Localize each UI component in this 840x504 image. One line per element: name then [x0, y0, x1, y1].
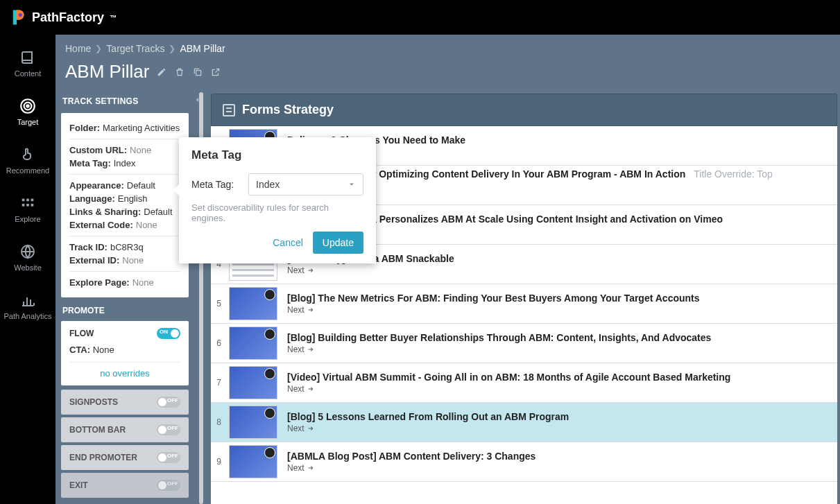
collapse-arrow-icon[interactable] — [193, 95, 203, 105]
svg-point-3 — [26, 105, 28, 107]
popover-help-text: Set discoverability rules for search eng… — [191, 202, 363, 223]
row-number: 5 — [211, 299, 225, 309]
signposts-toggle[interactable]: OFF — [157, 397, 180, 408]
row-next[interactable]: Next — [287, 463, 832, 473]
cta-value: None — [93, 345, 114, 355]
row-next[interactable]: Next — [287, 345, 832, 354]
row-thumbnail — [229, 445, 277, 478]
meta-tag-value[interactable]: Index — [114, 158, 136, 168]
promote-signposts[interactable]: SIGNPOSTS OFF — [61, 390, 189, 415]
promote-flow-card: FLOW ON CTA: None no overrides — [61, 321, 189, 385]
copy-icon[interactable] — [192, 67, 203, 78]
custom-url-label: Custom URL: — [69, 145, 127, 155]
breadcrumb: Home ❯ Target Tracks ❯ ABM Pillar — [55, 35, 840, 58]
external-id-label: External ID: — [69, 255, 119, 266]
svg-rect-11 — [196, 70, 201, 75]
track-row[interactable]: 9[ABMLA Blog Post] ABM Content Delivery:… — [211, 442, 837, 482]
exit-label: EXIT — [69, 480, 88, 490]
bar-chart-icon — [19, 291, 37, 309]
promote-bottom-bar[interactable]: BOTTOM BAR OFF — [61, 417, 189, 442]
row-text: [Video] Virtual ABM Summit - Going All i… — [282, 369, 837, 397]
arrow-right-icon — [307, 306, 314, 313]
popover-field-label: Meta Tag: — [191, 179, 240, 190]
svg-rect-7 — [22, 204, 25, 207]
row-thumbnail — [229, 366, 277, 399]
svg-rect-4 — [22, 199, 25, 202]
nav-recommend[interactable]: Recommend — [0, 136, 55, 184]
external-code-label: External Code: — [69, 220, 133, 230]
folder-label: Folder: — [69, 123, 100, 133]
pointer-icon — [19, 146, 37, 164]
left-nav: Content Target Recommend Explore Website — [0, 35, 55, 504]
external-id-value: None — [122, 255, 144, 266]
page-title: ABM Pillar — [65, 61, 149, 82]
language-label: Language: — [69, 193, 115, 204]
arrow-right-icon — [307, 385, 314, 392]
svg-rect-6 — [31, 199, 34, 202]
svg-rect-8 — [26, 204, 29, 207]
nav-target[interactable]: Target — [0, 87, 55, 136]
row-title: [Blog] The New Metrics For ABM: Finding … — [287, 293, 700, 304]
nav-label: Recommend — [6, 166, 49, 175]
row-thumbnail — [229, 406, 277, 439]
logo-mark-icon — [7, 8, 26, 27]
nav-explore[interactable]: Explore — [0, 184, 55, 233]
promote-end-promoter[interactable]: END PROMOTER OFF — [61, 445, 189, 470]
track-row[interactable]: 5[Blog] The New Metrics For ABM: Finding… — [211, 284, 837, 324]
grid-icon — [19, 194, 37, 212]
row-next[interactable]: Next — [287, 424, 832, 433]
nav-label: Explore — [15, 215, 40, 223]
flow-label: FLOW — [69, 329, 94, 338]
svg-rect-9 — [31, 204, 34, 207]
end-promoter-toggle[interactable]: OFF — [157, 452, 180, 463]
nav-label: Website — [14, 263, 42, 272]
flow-toggle[interactable]: ON — [157, 328, 180, 339]
nav-label: Content — [15, 69, 42, 78]
nav-path-analytics[interactable]: Path Analytics — [0, 281, 55, 330]
breadcrumb-current: ABM Pillar — [180, 43, 225, 54]
topbar: PathFactory™ — [0, 0, 840, 35]
meta-tag-popover: Meta Tag Meta Tag: Index Set discoverabi… — [179, 137, 376, 263]
form-icon — [223, 104, 235, 116]
arrow-right-icon — [307, 346, 314, 353]
nav-website[interactable]: Website — [0, 233, 55, 281]
target-icon — [19, 97, 37, 115]
row-next[interactable]: Next — [287, 266, 832, 275]
chevron-down-icon — [348, 180, 356, 189]
row-number: 9 — [211, 457, 225, 467]
forms-header-label: Forms Strategy — [242, 103, 334, 117]
row-text: [Blog] 5 Lessons Learned From Rolling Ou… — [282, 408, 837, 436]
exit-toggle[interactable]: OFF — [157, 480, 180, 491]
end-promoter-label: END PROMOTER — [69, 453, 137, 462]
overrides-link[interactable]: no overrides — [69, 362, 180, 379]
forms-strategy-header[interactable]: Forms Strategy — [211, 94, 837, 126]
explore-page-label: Explore Page: — [69, 277, 130, 288]
track-row[interactable]: 8[Blog] 5 Lessons Learned From Rolling O… — [211, 403, 837, 442]
breadcrumb-home[interactable]: Home — [65, 43, 91, 54]
share-icon[interactable] — [210, 67, 221, 78]
promote-header: PROMOTE — [61, 304, 189, 321]
nav-content[interactable]: Content — [0, 39, 55, 87]
custom-url-value: None — [130, 145, 151, 155]
breadcrumb-tracks[interactable]: Target Tracks — [106, 43, 164, 54]
row-next[interactable]: Next — [287, 384, 832, 394]
settings-card: Folder: Marketing Activities Custom URL:… — [61, 113, 189, 297]
track-row[interactable]: 7[Video] Virtual ABM Summit - Going All … — [211, 363, 837, 403]
cancel-button[interactable]: Cancel — [273, 237, 303, 248]
signposts-label: SIGNPOSTS — [69, 397, 118, 407]
meta-tag-select[interactable]: Index — [248, 173, 363, 195]
bottom-bar-toggle[interactable]: OFF — [157, 424, 180, 435]
row-thumbnail — [229, 287, 277, 320]
row-text: [Blog] Building Better Buyer Relationshi… — [282, 329, 837, 357]
track-row[interactable]: 6[Blog] Building Better Buyer Relationsh… — [211, 324, 837, 363]
arrow-right-icon — [307, 464, 314, 471]
book-icon — [19, 49, 37, 67]
update-button[interactable]: Update — [313, 232, 363, 254]
edit-icon[interactable] — [156, 67, 167, 78]
brand-logo[interactable]: PathFactory™ — [7, 8, 117, 27]
row-text: [Blog] The New Metrics For ABM: Finding … — [282, 290, 837, 318]
trash-icon[interactable] — [174, 67, 185, 78]
row-next[interactable]: Next — [287, 305, 832, 315]
settings-sidebar: TRACK SETTINGS Folder: Marketing Activit… — [55, 92, 194, 504]
promote-exit[interactable]: EXIT OFF — [61, 473, 189, 498]
